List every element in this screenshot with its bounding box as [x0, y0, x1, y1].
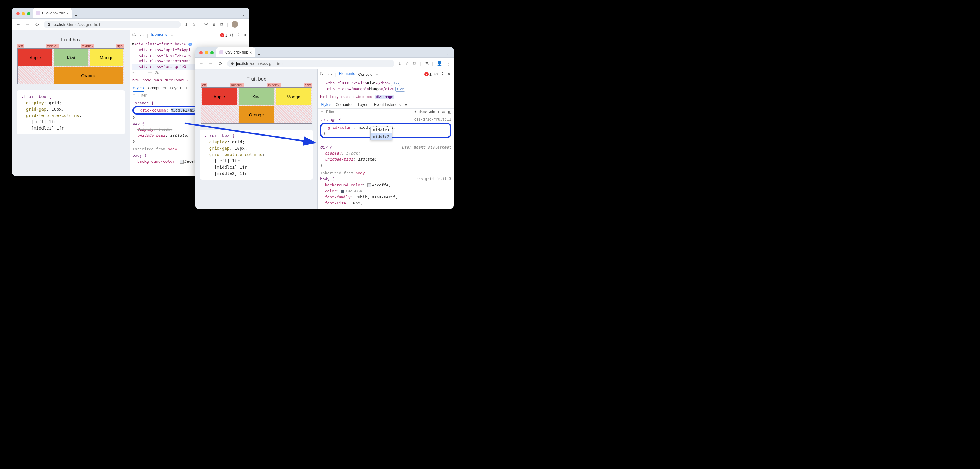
menu-icon[interactable]: ⋮	[242, 22, 246, 27]
tab-computed[interactable]: Computed	[336, 102, 353, 108]
address-bar[interactable]: ⚙ jec.fish/demo/css-grid-fruit	[44, 21, 181, 28]
zoom-btn[interactable]	[210, 51, 213, 54]
window-controls[interactable]	[14, 12, 33, 18]
settings-icon[interactable]: ⚙	[434, 72, 438, 77]
page-css-source: .fruit-box { display: grid; grid-gap: 10…	[17, 91, 125, 134]
dropdown-option[interactable]: middle1	[371, 127, 392, 134]
grid-column-edit-highlight: grid-column: middle1/mid;	[132, 106, 202, 115]
panel-tab-elements[interactable]: Elements	[151, 32, 167, 38]
more-tabs-icon[interactable]: »	[405, 102, 407, 108]
cell-mango: Mango	[276, 88, 311, 105]
toolbar: ← → ⟳ ⚙ jec.fish/demo/css-grid-fruit ⤓ ☆…	[195, 58, 453, 69]
tab-styles[interactable]: Styles	[321, 102, 331, 108]
grid-line-labels: left middle1 middle2 right	[200, 83, 313, 87]
bookmark-icon[interactable]: ☆	[406, 61, 409, 66]
address-bar[interactable]: ⚙ jec.fish/demo/css-grid-fruit	[227, 60, 395, 67]
more-tabs-icon[interactable]: »	[170, 33, 173, 38]
inspect-icon[interactable]	[132, 33, 137, 38]
cell-kiwi: Kiwi	[239, 88, 274, 105]
new-rule-icon[interactable]: +	[438, 110, 440, 114]
forward-button: →	[25, 22, 31, 27]
hov-toggle[interactable]: :hov	[419, 110, 427, 114]
install-icon[interactable]: ⤓	[185, 22, 188, 27]
window-controls[interactable]	[197, 51, 216, 57]
settings-icon[interactable]: ⚙	[230, 32, 234, 38]
browser-tab[interactable]: CSS grid- fruit ×	[216, 47, 255, 57]
cell-kiwi: Kiwi	[54, 49, 88, 65]
tab-styles[interactable]: Styles	[133, 86, 143, 92]
extensions-icon[interactable]: ⧉	[220, 22, 223, 27]
close-devtools-icon[interactable]: ✕	[447, 72, 451, 77]
kebab-icon[interactable]: ⋮	[236, 32, 240, 38]
menu-icon[interactable]: ⋮	[446, 61, 450, 66]
profile-avatar[interactable]	[232, 21, 238, 28]
browser-tab[interactable]: CSS grid- fruit ×	[33, 8, 72, 18]
labs-icon[interactable]: ⚗	[425, 61, 429, 66]
url-host: jec.fish	[236, 61, 248, 66]
page-viewport: Fruit box left middle1 middle2 right App…	[195, 69, 317, 209]
cls-toggle[interactable]: .cls	[429, 110, 435, 114]
styles-pane[interactable]: .orange {css-grid-fruit:11 grid-column: …	[318, 115, 453, 208]
error-counter[interactable]: ✕1	[425, 72, 431, 77]
sidebar-icon[interactable]: ◧	[448, 110, 451, 114]
ai-icon[interactable]: ✦	[414, 110, 417, 114]
toolbar: ← → ⟳ ⚙ jec.fish/demo/css-grid-fruit ⤓ ☆…	[12, 19, 249, 30]
close-btn[interactable]	[199, 51, 203, 54]
page-css-source: .fruit-box { display: grid; grid-gap: 10…	[200, 129, 313, 180]
browser-window-after: CSS grid- fruit × + ⌄ ← → ⟳ ⚙ jec.fish/d…	[195, 46, 453, 209]
bookmark-icon[interactable]: ☆	[192, 22, 196, 27]
robot-icon[interactable]: ☻	[212, 22, 216, 27]
device-icon[interactable]: ▭	[442, 110, 445, 114]
tabs-menu-button[interactable]: ⌄	[444, 51, 452, 57]
panel-tab-elements[interactable]: Elements	[339, 71, 355, 77]
dom-tree[interactable]: <div class="kiwi">Kiwi</div>flex <div cl…	[318, 79, 453, 93]
extensions-icon[interactable]: ⧉	[413, 61, 416, 66]
error-counter[interactable]: ✕1	[220, 33, 228, 38]
breadcrumb[interactable]: htmlbodymaindiv.fruit-boxdiv.orange	[318, 93, 453, 100]
more-tabs-icon[interactable]: »	[375, 72, 377, 77]
url-host: jec.fish	[53, 22, 65, 27]
tab-layout[interactable]: Layout	[170, 86, 182, 92]
fruit-grid: Apple Kiwi Mango Orange	[200, 88, 312, 124]
zoom-btn[interactable]	[27, 12, 30, 15]
scissors-icon[interactable]: ✂	[204, 22, 208, 27]
autocomplete-dropdown[interactable]: middle1 middle2	[370, 126, 392, 140]
devtools-toolbar: ▭ | Elements » ✕1 ⚙ ⋮ ✕	[130, 30, 249, 40]
filter-input[interactable]: Filter	[326, 110, 412, 114]
minimize-btn[interactable]	[22, 12, 25, 15]
dropdown-option-selected[interactable]: middle2	[371, 134, 392, 140]
close-tab-icon[interactable]: ×	[250, 50, 252, 55]
inspect-icon[interactable]	[320, 72, 325, 77]
cell-orange: Orange	[239, 107, 274, 123]
new-tab-button[interactable]: +	[255, 52, 263, 57]
new-tab-button[interactable]: +	[72, 13, 80, 18]
back-button[interactable]: ←	[15, 22, 21, 27]
site-info-icon[interactable]: ⚙	[231, 61, 234, 66]
tab-layout[interactable]: Layout	[358, 102, 369, 108]
reload-button[interactable]: ⟳	[34, 22, 40, 27]
reload-button[interactable]: ⟳	[218, 61, 223, 67]
tab-computed[interactable]: Computed	[148, 86, 166, 92]
close-devtools-icon[interactable]: ✕	[243, 32, 247, 38]
cell-orange: Orange	[54, 67, 123, 84]
tabs-menu-button[interactable]: ⌄	[240, 12, 248, 18]
minimize-btn[interactable]	[205, 51, 208, 54]
close-btn[interactable]	[16, 12, 19, 15]
device-mode-icon[interactable]: ▭	[140, 32, 144, 38]
kebab-icon[interactable]: ⋮	[440, 72, 445, 77]
profile-icon[interactable]: 👤	[437, 61, 442, 66]
forward-button: →	[208, 61, 214, 66]
tab-events[interactable]: E	[186, 86, 189, 92]
cell-apple: Apple	[202, 88, 237, 105]
site-info-icon[interactable]: ⚙	[48, 22, 51, 27]
device-mode-icon[interactable]: ▭	[328, 72, 332, 77]
tab-strip: CSS grid- fruit × + ⌄	[195, 46, 453, 58]
cell-mango: Mango	[89, 49, 123, 65]
tab-events[interactable]: Event Listeners	[374, 102, 401, 108]
page-viewport: Fruit box left middle1 middle2 right App…	[12, 30, 130, 176]
panel-tab-console[interactable]: Console	[358, 72, 373, 77]
page-heading: Fruit box	[17, 37, 125, 43]
install-icon[interactable]: ⤓	[398, 61, 402, 66]
favicon-icon	[219, 50, 223, 54]
close-tab-icon[interactable]: ×	[66, 11, 69, 16]
